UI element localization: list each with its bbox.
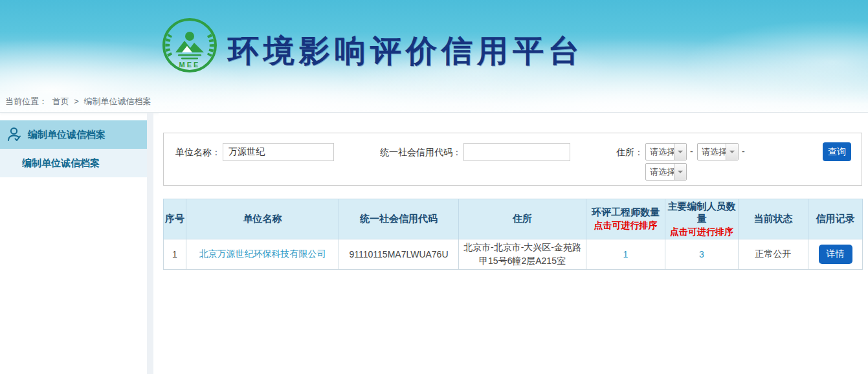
header-engineer-count-label: 环评工程师数量 xyxy=(592,206,660,217)
status-value: 正常公开 xyxy=(739,239,808,270)
header-credit-code: 统一社会信用代码 xyxy=(339,199,459,239)
address-value: 北京市-北京市-大兴区-金苑路甲15号6幢2层A215室 xyxy=(459,239,586,270)
engineer-count-link[interactable]: 1 xyxy=(623,249,629,259)
address-province-select[interactable]: 请选择 xyxy=(645,143,687,160)
district-select-value: 请选择 xyxy=(646,164,674,180)
sidebar-item-label: 编制单位诚信档案 xyxy=(28,129,106,141)
province-select-value: 请选择 xyxy=(646,144,674,160)
header-credit-record: 信用记录 xyxy=(808,199,863,239)
company-name-input[interactable] xyxy=(223,143,334,161)
row-index: 1 xyxy=(164,239,186,270)
table-header-row: 序号 单位名称 统一社会信用代码 住所 环评工程师数量 点击可进行排序 主要编制… xyxy=(164,199,863,239)
address-label: 住所： xyxy=(590,143,643,161)
header-status: 当前状态 xyxy=(739,199,808,239)
address-separator: - xyxy=(742,143,745,160)
chevron-down-icon[interactable] xyxy=(726,144,738,160)
header-address: 住所 xyxy=(459,199,586,239)
sort-hint: 点击可进行排序 xyxy=(588,220,663,232)
company-link[interactable]: 北京万源世纪环保科技有限公司 xyxy=(199,248,326,259)
header-staff-count-label: 主要编制人员数量 xyxy=(668,201,736,224)
company-name-label: 单位名称： xyxy=(164,143,221,161)
page: MEE 环境影响评价信用平台 当前位置： 首页 > 编制单位诚信档案 编制单位诚… xyxy=(0,0,868,374)
credit-code-label: 统一社会信用代码： xyxy=(370,143,462,161)
city-select-value: 请选择 xyxy=(698,144,726,160)
breadcrumb-home-link[interactable]: 首页 xyxy=(52,96,69,106)
sidebar-divider xyxy=(147,113,153,374)
mee-logo-icon: MEE xyxy=(161,17,218,74)
query-button[interactable]: 查询 xyxy=(823,142,851,161)
header-index: 序号 xyxy=(164,199,186,239)
address-city-select[interactable]: 请选择 xyxy=(697,143,739,160)
page-title: 环境影响评价信用平台 xyxy=(228,30,584,72)
results-table: 序号 单位名称 统一社会信用代码 住所 环评工程师数量 点击可进行排序 主要编制… xyxy=(163,199,863,270)
table-row: 1 北京万源世纪环保科技有限公司 91110115MA7LWUA76U 北京市-… xyxy=(164,239,863,270)
user-check-icon xyxy=(6,126,23,143)
breadcrumb-current: 编制单位诚信档案 xyxy=(83,96,151,106)
sidebar-subitem-credit-archive[interactable]: 编制单位诚信档案 xyxy=(0,149,147,177)
credit-code-input[interactable] xyxy=(463,143,570,161)
sort-hint: 点击可进行排序 xyxy=(667,226,737,238)
header-company: 单位名称 xyxy=(186,199,339,239)
chevron-down-icon[interactable] xyxy=(674,164,686,180)
address-district-select[interactable]: 请选择 xyxy=(645,163,687,181)
header-engineer-count-sortable[interactable]: 环评工程师数量 点击可进行排序 xyxy=(586,199,665,239)
chevron-down-icon[interactable] xyxy=(674,144,686,160)
header-staff-count-sortable[interactable]: 主要编制人员数量 点击可进行排序 xyxy=(665,199,739,239)
logo-text: MEE xyxy=(179,61,201,69)
sidebar-item-credit-archive[interactable]: 编制单位诚信档案 xyxy=(0,120,147,149)
credit-code-value: 91110115MA7LWUA76U xyxy=(339,239,459,270)
breadcrumb-separator: > xyxy=(74,96,79,106)
staff-count-link[interactable]: 3 xyxy=(699,249,704,259)
breadcrumb-label: 当前位置： xyxy=(5,96,47,106)
address-separator: - xyxy=(690,143,693,160)
detail-button[interactable]: 详情 xyxy=(819,245,852,264)
main-content: 单位名称： 统一社会信用代码： 住所： 请选择 - 请选择 - 请选择 查询 xyxy=(159,113,868,374)
breadcrumb: 当前位置： 首页 > 编制单位诚信档案 xyxy=(0,91,868,113)
search-panel: 单位名称： 统一社会信用代码： 住所： 请选择 - 请选择 - 请选择 查询 xyxy=(163,133,862,186)
